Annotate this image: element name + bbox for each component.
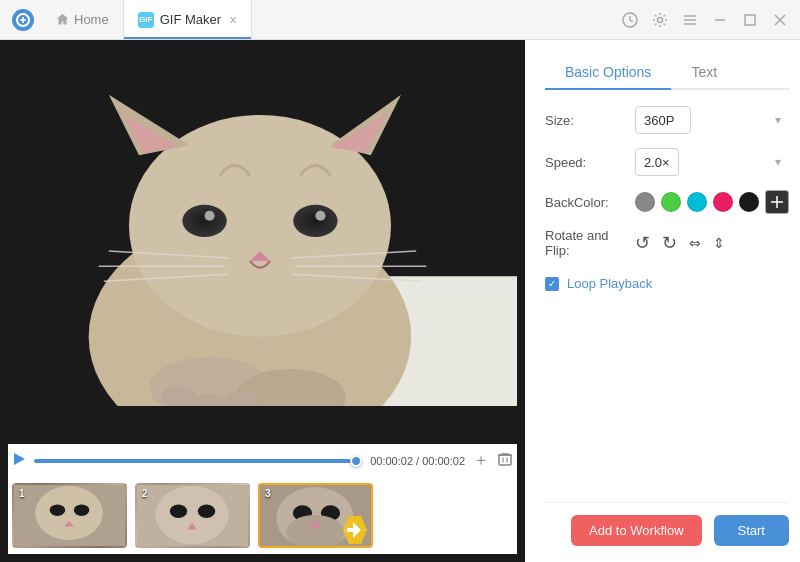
thumbnail-2[interactable]: 2: [135, 483, 250, 548]
main-content: 00:00:02 / 00:00:02 ＋ 1 2: [0, 40, 800, 562]
swatch-dark[interactable]: [739, 192, 759, 212]
loop-checkbox[interactable]: [545, 277, 559, 291]
titlebar: Home GIF GIF Maker ×: [0, 0, 800, 40]
rotate-row: Rotate and Flip: ↺ ↻ ⇔ ⇕: [545, 228, 789, 258]
svg-point-13: [293, 205, 337, 237]
swatch-gray[interactable]: [635, 192, 655, 212]
svg-point-12: [182, 205, 226, 237]
minimize-icon[interactable]: [712, 12, 728, 28]
svg-marker-28: [14, 453, 25, 465]
rotate-icons: ↺ ↻ ⇔ ⇕: [635, 232, 725, 254]
svg-point-15: [315, 211, 325, 221]
bottom-actions: Add to Workflow Start: [545, 502, 789, 546]
size-select[interactable]: 360P 480P 720P 1080P: [635, 106, 691, 134]
options-tabs: Basic Options Text: [545, 56, 789, 90]
arrow-indicator: [339, 516, 371, 548]
speed-select[interactable]: 0.5× 1.0× 2.0× 4.0×: [635, 148, 679, 176]
progress-thumb[interactable]: [350, 455, 362, 467]
maximize-icon[interactable]: [742, 12, 758, 28]
tab-basic-options[interactable]: Basic Options: [545, 56, 671, 90]
size-select-wrapper: 360P 480P 720P 1080P: [635, 106, 789, 134]
add-to-workflow-button[interactable]: Add to Workflow: [571, 515, 701, 546]
rotate-right-icon[interactable]: ↻: [662, 232, 677, 254]
svg-point-40: [170, 504, 187, 518]
start-button[interactable]: Start: [714, 515, 789, 546]
playback-bar: 00:00:02 / 00:00:02 ＋: [8, 444, 517, 477]
play-button[interactable]: [12, 452, 26, 469]
gif-icon: GIF: [138, 12, 154, 28]
thumbnail-strip: 1 2 3: [8, 477, 517, 554]
svg-point-36: [74, 504, 89, 516]
speed-select-wrapper: 0.5× 1.0× 2.0× 4.0×: [635, 148, 789, 176]
app-logo: [12, 9, 34, 31]
speed-label: Speed:: [545, 155, 635, 170]
svg-point-34: [35, 486, 103, 540]
tab-home[interactable]: Home: [42, 0, 123, 39]
right-panel: Basic Options Text Size: 360P 480P 720P …: [525, 40, 800, 562]
svg-point-41: [198, 504, 215, 518]
backcolor-row: BackColor:: [545, 190, 789, 214]
size-row: Size: 360P 480P 720P 1080P: [545, 106, 789, 134]
swatch-pink[interactable]: [713, 192, 733, 212]
svg-rect-3: [745, 15, 755, 25]
rotate-label: Rotate and Flip:: [545, 228, 635, 258]
speed-row: Speed: 0.5× 1.0× 2.0× 4.0×: [545, 148, 789, 176]
menu-icon[interactable]: [682, 12, 698, 28]
swatch-custom[interactable]: [765, 190, 789, 214]
video-preview: [8, 86, 517, 406]
loop-label[interactable]: Loop Playback: [567, 276, 652, 291]
svg-rect-29: [499, 455, 511, 465]
close-window-icon[interactable]: [772, 12, 788, 28]
size-label: Size:: [545, 113, 635, 128]
swatch-cyan[interactable]: [687, 192, 707, 212]
svg-point-35: [50, 504, 65, 516]
progress-track[interactable]: [34, 459, 362, 463]
settings-icon[interactable]: [652, 12, 668, 28]
svg-point-39: [155, 486, 228, 544]
time-display: 00:00:02 / 00:00:02: [370, 455, 465, 467]
tab-text[interactable]: Text: [671, 56, 737, 90]
thumbnail-3[interactable]: 3: [258, 483, 373, 548]
window-controls: [622, 12, 788, 28]
add-clip-button[interactable]: ＋: [473, 450, 489, 471]
color-swatches: [635, 190, 789, 214]
left-panel: 00:00:02 / 00:00:02 ＋ 1 2: [0, 40, 525, 562]
svg-point-14: [205, 211, 215, 221]
thumbnail-1[interactable]: 1: [12, 483, 127, 548]
loop-row: Loop Playback: [545, 276, 789, 291]
tab-close-button[interactable]: ×: [229, 12, 237, 28]
video-area: [8, 48, 517, 444]
flip-vertical-icon[interactable]: ⇕: [713, 235, 725, 251]
history-icon[interactable]: [622, 12, 638, 28]
flip-horizontal-icon[interactable]: ⇔: [689, 235, 701, 251]
rotate-left-icon[interactable]: ↺: [635, 232, 650, 254]
delete-clip-button[interactable]: [497, 451, 513, 471]
svg-point-2: [658, 17, 663, 22]
backcolor-label: BackColor:: [545, 195, 635, 210]
swatch-green[interactable]: [661, 192, 681, 212]
tab-gif-maker[interactable]: GIF GIF Maker ×: [123, 0, 253, 39]
